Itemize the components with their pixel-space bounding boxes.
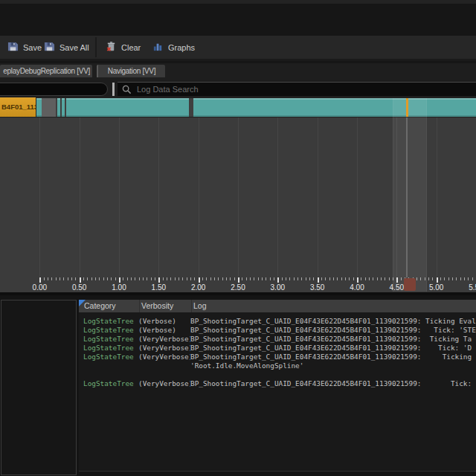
ruler-label: 2.00 (191, 283, 205, 292)
detail-side-panel[interactable] (1, 300, 77, 475)
ruler-tick (401, 277, 402, 280)
ruler-tick (349, 277, 350, 280)
log-category: LogStateTree (83, 335, 138, 344)
ruler-tick (393, 277, 393, 280)
ruler-tick (318, 277, 319, 283)
save-button[interactable]: Save (4, 36, 45, 59)
column-header-verbosity[interactable]: Verbosity (139, 300, 191, 312)
ruler-tick (337, 277, 338, 280)
graphs-button[interactable]: Graphs (149, 36, 198, 59)
ruler-tick (115, 277, 116, 280)
log-table-header: Category Verbosity Log (79, 300, 476, 312)
gridline (80, 118, 80, 277)
bar-chart-icon (152, 41, 164, 54)
column-header-log[interactable]: Log (191, 300, 476, 312)
ruler-tick (472, 277, 473, 280)
ruler-tick (103, 277, 104, 280)
log-verbosity: (VeryVerbose) (138, 379, 190, 388)
ruler-tick (194, 277, 195, 280)
timeline-canvas[interactable] (0, 118, 476, 277)
ruler-tick (373, 277, 373, 280)
ruler-tick (341, 277, 342, 280)
actor-timeline-label[interactable]: B4F01_113 (0, 97, 36, 117)
ruler-tick (210, 277, 211, 280)
timeline-segment (62, 98, 65, 117)
clear-button[interactable]: Clear (103, 36, 144, 59)
gridline (396, 118, 397, 277)
ruler-label: 4.00 (350, 283, 364, 292)
ruler-tick (83, 277, 84, 280)
ruler-label: 5.50 (469, 283, 476, 292)
ruler-tick (301, 277, 302, 280)
log-row[interactable]: LogStateTree(VeryVerbose)BP_ShootingTarg… (79, 353, 476, 361)
ruler-tick (56, 277, 57, 280)
search-row (0, 80, 476, 97)
ruler-tick (63, 277, 64, 280)
ruler-tick (155, 277, 155, 280)
ruler-tick (44, 277, 45, 280)
ruler-tick (190, 277, 191, 280)
log-verbosity (138, 370, 190, 379)
ruler-tick (230, 277, 231, 280)
splitter-grip[interactable] (112, 83, 115, 96)
ruler-tick (313, 277, 314, 280)
ruler-tick (274, 277, 274, 280)
log-list-panel: Category Verbosity Log LogStateTree(Verb… (79, 300, 476, 472)
log-row[interactable]: 'Root.Idle.MoveAlongSpline' (79, 361, 476, 370)
column-header-category[interactable]: Category (79, 300, 139, 312)
ruler-tick (68, 277, 68, 280)
ruler-label: 2.50 (231, 283, 245, 292)
tab-gameplay-debug-replication[interactable]: eplayDebugReplication [VV] (0, 65, 92, 77)
ruler-tick (80, 277, 81, 283)
ruler-tick (87, 277, 88, 280)
timeline-segment (57, 98, 60, 117)
scrub-handle[interactable] (404, 278, 416, 291)
ruler-tick (214, 277, 215, 280)
ruler-tick (460, 277, 461, 280)
actor-filter-box[interactable] (0, 83, 108, 96)
ruler-tick (345, 277, 346, 280)
log-category: LogStateTree (83, 317, 138, 326)
ruler-label: 3.00 (271, 283, 285, 292)
ruler-tick (270, 277, 271, 280)
graphs-label: Graphs (168, 43, 195, 52)
ruler-tick (254, 277, 254, 280)
log-row[interactable]: LogStateTree(Verbose)BP_ShootingTarget_C… (79, 317, 476, 326)
ruler-tick (187, 277, 187, 280)
log-category: LogStateTree (83, 353, 138, 361)
ruler-tick (286, 277, 286, 280)
ruler-tick (91, 277, 92, 280)
ruler-tick (222, 277, 223, 280)
ruler-tick (361, 277, 361, 280)
log-category: LogStateTree (83, 326, 138, 335)
log-verbosity: (VeryVerbose) (138, 344, 190, 353)
ruler-tick (143, 277, 144, 280)
ruler-tick (381, 277, 382, 280)
actor-timeline-track[interactable] (36, 98, 476, 117)
log-row[interactable] (79, 370, 476, 379)
save-all-button[interactable]: Save All (41, 36, 92, 59)
ruler-tick (258, 277, 259, 280)
log-category (83, 361, 138, 370)
ruler-tick (277, 277, 279, 283)
ruler-tick (131, 277, 132, 280)
ruler-tick (199, 277, 200, 283)
ruler-tick (437, 277, 438, 283)
ruler-label: 4.50 (390, 283, 404, 292)
ruler-tick (420, 277, 421, 280)
ruler-tick (440, 277, 441, 280)
log-row[interactable]: LogStateTree(VeryVerbose)BP_ShootingTarg… (79, 335, 476, 344)
ruler-tick (369, 277, 370, 280)
tab-navigation[interactable]: Navigation [VV] (97, 65, 165, 77)
ruler-tick (448, 277, 449, 280)
current-time-marker (406, 98, 408, 117)
ruler-tick (206, 277, 207, 280)
log-search-input[interactable] (135, 84, 451, 94)
log-row[interactable]: LogStateTree(Verbose)BP_ShootingTarget_C… (79, 326, 476, 335)
ruler-tick (385, 277, 385, 280)
log-row[interactable]: LogStateTree(VeryVerbose)BP_ShootingTarg… (79, 379, 476, 388)
gridline (437, 118, 437, 277)
log-row[interactable]: LogStateTree(VeryVerbose)BP_ShootingTarg… (79, 344, 476, 353)
clear-label: Clear (121, 43, 141, 52)
ruler-label: 1.00 (112, 283, 126, 292)
